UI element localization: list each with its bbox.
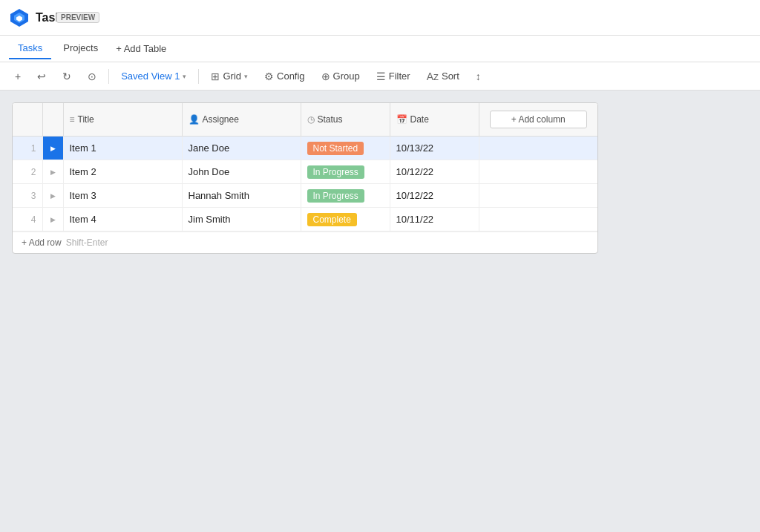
status-badge: In Progress: [307, 189, 364, 203]
saved-view-button[interactable]: Saved View 1 ▾: [115, 68, 192, 85]
row-empty-add-col: [479, 208, 597, 231]
add-row-button[interactable]: + Add row Shift-Enter: [13, 231, 597, 253]
col-header-expand: [42, 103, 63, 137]
undo-icon: ↩: [37, 70, 46, 82]
row-empty-add-col: [479, 184, 597, 208]
table-header-row: ≡ Title 👤 Assignee ◷ Status: [13, 103, 597, 137]
more-icon: ↕: [476, 70, 481, 82]
grid-dropdown-icon: ▾: [244, 73, 248, 80]
row-expand-icon[interactable]: ▶: [42, 184, 63, 208]
sort-button[interactable]: Az Sort: [421, 68, 465, 85]
redo-icon: ↻: [62, 70, 71, 82]
row-status[interactable]: Not Started: [301, 137, 390, 160]
config-label: Config: [277, 70, 305, 82]
preview-badge: PREVIEW: [56, 12, 99, 23]
row-assignee[interactable]: John Doe: [182, 160, 301, 184]
col-date-label: Date: [410, 114, 429, 125]
row-title[interactable]: Item 2: [63, 160, 182, 184]
row-number: 3: [13, 184, 42, 208]
row-empty-add-col: [479, 160, 597, 184]
toolbar-divider-1: [108, 69, 109, 84]
col-header-assignee[interactable]: 👤 Assignee: [182, 103, 301, 137]
row-number: 2: [13, 160, 42, 184]
top-bar: PREVIEW Tasks DB: [0, 0, 760, 36]
row-assignee[interactable]: Jim Smith: [182, 208, 301, 231]
group-label: Group: [333, 70, 360, 82]
col-header-add[interactable]: + Add column: [479, 103, 597, 137]
group-button[interactable]: ⊕ Group: [315, 68, 366, 85]
row-expand-icon[interactable]: ▶: [42, 208, 63, 231]
status-badge: In Progress: [307, 165, 364, 179]
add-table-button[interactable]: + Add Table: [110, 40, 172, 57]
filter-icon: ☰: [376, 70, 386, 82]
sort-icon: Az: [427, 70, 439, 82]
undo-button[interactable]: ↩: [31, 68, 52, 85]
add-row-shortcut: Shift-Enter: [66, 237, 108, 248]
col-header-status[interactable]: ◷ Status: [301, 103, 390, 137]
row-date[interactable]: 10/13/22: [390, 137, 479, 160]
filter-button[interactable]: ☰ Filter: [370, 68, 416, 85]
more-button[interactable]: ↕: [470, 68, 487, 85]
row-number: 1: [13, 137, 42, 160]
tab-bar: Tasks Projects + Add Table: [0, 36, 760, 62]
add-column-button[interactable]: + Add column: [490, 111, 588, 128]
row-expand-icon[interactable]: ▶: [42, 160, 63, 184]
status-badge: Not Started: [307, 142, 364, 155]
grid-label: Grid: [223, 70, 241, 82]
col-header-row-num: [13, 103, 42, 137]
grid-button[interactable]: ⊞ Grid ▾: [205, 68, 254, 85]
add-row-label: + Add row: [22, 237, 62, 248]
group-icon: ⊕: [321, 70, 330, 82]
config-icon: ⚙: [264, 70, 274, 82]
status-badge: Complete: [307, 213, 357, 226]
app-brand: PREVIEW Tasks DB: [9, 7, 89, 28]
row-number: 4: [13, 208, 42, 231]
redo-button[interactable]: ↻: [56, 68, 77, 85]
table-row[interactable]: 4▶Item 4Jim SmithComplete10/11/22: [13, 208, 597, 231]
col-header-date[interactable]: 📅 Date: [390, 103, 479, 137]
history-icon: ⊙: [88, 70, 96, 82]
date-col-icon: 📅: [396, 114, 407, 125]
saved-view-dropdown-icon: ▾: [183, 73, 186, 80]
toolbar: + ↩ ↻ ⊙ Saved View 1 ▾ ⊞ Grid ▾ ⚙ Config…: [0, 62, 760, 91]
col-title-label: Title: [78, 114, 94, 125]
table-row[interactable]: 1▶Item 1Jane DoeNot Started10/13/22: [13, 137, 597, 160]
row-date[interactable]: 10/11/22: [390, 208, 479, 231]
sort-label: Sort: [442, 70, 459, 82]
col-assignee-label: Assignee: [203, 114, 239, 125]
history-button[interactable]: ⊙: [82, 68, 102, 85]
row-title[interactable]: Item 4: [63, 208, 182, 231]
row-empty-add-col: [479, 137, 597, 160]
toolbar-divider-2: [198, 69, 199, 84]
row-date[interactable]: 10/12/22: [390, 160, 479, 184]
status-col-icon: ◷: [307, 114, 315, 125]
row-date[interactable]: 10/12/22: [390, 184, 479, 208]
tab-projects[interactable]: Projects: [54, 38, 107, 59]
row-status[interactable]: In Progress: [301, 184, 390, 208]
data-table: ≡ Title 👤 Assignee ◷ Status: [13, 103, 597, 231]
title-col-icon: ≡: [70, 114, 75, 125]
filter-label: Filter: [389, 70, 410, 82]
row-assignee[interactable]: Jane Doe: [182, 137, 301, 160]
app-logo: [9, 7, 30, 28]
saved-view-label: Saved View 1: [121, 70, 180, 82]
row-status[interactable]: Complete: [301, 208, 390, 231]
tab-tasks[interactable]: Tasks: [9, 38, 51, 59]
grid-container: ≡ Title 👤 Assignee ◷ Status: [0, 91, 760, 532]
row-status[interactable]: In Progress: [301, 160, 390, 184]
row-title[interactable]: Item 1: [63, 137, 182, 160]
row-title[interactable]: Item 3: [63, 184, 182, 208]
config-button[interactable]: ⚙ Config: [258, 68, 311, 85]
row-expand-icon[interactable]: ▶: [42, 137, 63, 160]
assignee-col-icon: 👤: [189, 114, 200, 125]
col-header-title[interactable]: ≡ Title: [63, 103, 182, 137]
add-icon: +: [15, 70, 21, 82]
grid-icon: ⊞: [211, 70, 220, 82]
table-row[interactable]: 3▶Item 3Hannah SmithIn Progress10/12/22: [13, 184, 597, 208]
table-row[interactable]: 2▶Item 2John DoeIn Progress10/12/22: [13, 160, 597, 184]
add-button[interactable]: +: [9, 68, 27, 85]
row-assignee[interactable]: Hannah Smith: [182, 184, 301, 208]
grid-wrapper: ≡ Title 👤 Assignee ◷ Status: [12, 102, 598, 254]
col-status-label: Status: [318, 114, 343, 125]
